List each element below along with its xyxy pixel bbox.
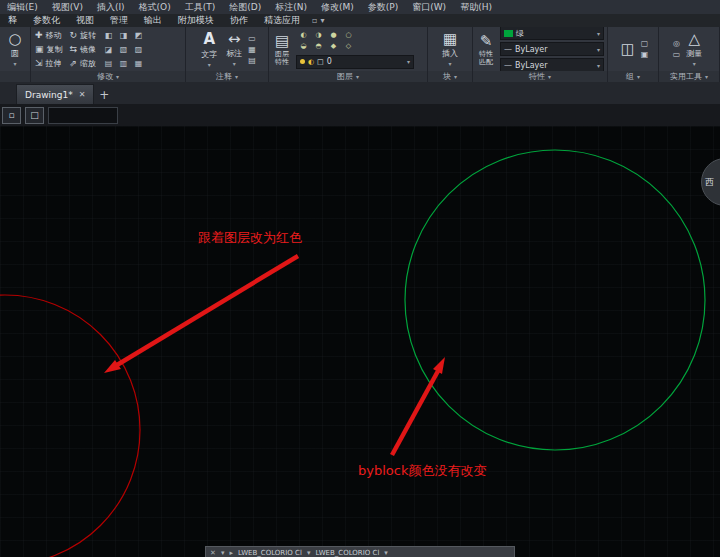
- match-properties-button[interactable]: ✎ 特性匹配: [475, 33, 497, 66]
- chevron-down-icon: ▾: [356, 73, 359, 80]
- chevron-down-icon: ▾: [693, 60, 696, 67]
- lineweight-dropdown[interactable]: — ByLayer ▾: [500, 58, 604, 71]
- dimension-button[interactable]: ↔ 标注 ▾: [223, 31, 245, 67]
- modify-panel-label[interactable]: 修改 ▾: [31, 71, 185, 82]
- canvas-dropdown[interactable]: [48, 107, 118, 124]
- menu-item-insert[interactable]: 插入(I): [90, 1, 132, 14]
- close-icon[interactable]: ✕: [210, 549, 216, 557]
- modify-tool-icon[interactable]: ◪: [101, 42, 116, 56]
- canvas-tool-button[interactable]: ▫: [2, 107, 21, 124]
- utility-tool-icon[interactable]: ◎: [673, 39, 680, 48]
- menu-item-parametric[interactable]: 参数(P): [361, 1, 405, 14]
- modify-tool-icon[interactable]: ▦: [131, 56, 146, 70]
- command-history-entry[interactable]: LWEB_COLORIO Cl: [238, 549, 302, 557]
- modify-tool-icon[interactable]: ▨: [131, 42, 146, 56]
- leader-arrow-line[interactable]: [392, 371, 438, 455]
- ribbon-tab-addins[interactable]: 附加模块: [170, 14, 222, 27]
- layer-properties-button[interactable]: ▤ 图层特性: [271, 33, 293, 66]
- measure-button[interactable]: △ 测量 ▾: [683, 31, 705, 67]
- utilities-panel-label[interactable]: 实用工具 ▾: [659, 71, 719, 82]
- layers-panel-label[interactable]: 图层 ▾: [269, 71, 427, 82]
- modify-tool-icon[interactable]: ▤: [101, 56, 116, 70]
- group-panel-label-text: 组: [626, 71, 634, 82]
- menu-item-dimension[interactable]: 标注(N): [268, 1, 314, 14]
- mirror-button[interactable]: ⇆ 镜像: [68, 43, 99, 56]
- leader-arrow-line[interactable]: [117, 256, 298, 365]
- modify-tool-icon[interactable]: ◧: [101, 28, 116, 42]
- lineweight-icon: —: [504, 61, 512, 70]
- scale-button[interactable]: ⇗ 缩放: [68, 57, 99, 70]
- canvas-tool-button[interactable]: □: [25, 107, 44, 124]
- annotation-byblock-text[interactable]: byblock颜色没有改变: [358, 462, 486, 480]
- annotate-tool-icon[interactable]: ▭: [248, 34, 256, 43]
- ribbon-tab-output[interactable]: 输出: [136, 14, 170, 27]
- move-button[interactable]: ✚ 移动: [33, 29, 65, 42]
- copy-button[interactable]: ▣ 复制: [33, 43, 65, 56]
- utility-tool-icon[interactable]: ▭: [673, 50, 681, 59]
- layer-color-swatch-icon: □: [317, 58, 324, 66]
- menu-item-edit[interactable]: 编辑(E): [0, 1, 45, 14]
- modify-tool-icon[interactable]: ◩: [131, 28, 146, 42]
- layer-tool-icon[interactable]: ◆: [326, 41, 341, 52]
- modify-tool-icon[interactable]: ▧: [116, 42, 131, 56]
- group-button[interactable]: ◫: [618, 41, 638, 57]
- command-history-entry[interactable]: LWEB_COLORIO Cl: [315, 549, 379, 557]
- green-circle-entity[interactable]: [405, 150, 705, 450]
- ribbon-tab-featured[interactable]: 精选应用: [256, 14, 308, 27]
- block-panel-label-text: 块: [443, 71, 451, 82]
- layer-tool-icon[interactable]: ◐: [296, 30, 311, 41]
- layer-tool-icon[interactable]: ○: [341, 30, 356, 41]
- drawing-canvas[interactable]: 跟着图层改为红色 byblock颜色没有改变 西 ✕ ▾ ▸ LWEB_COLO…: [0, 126, 720, 557]
- group-tool-icon[interactable]: ▢: [641, 39, 649, 48]
- ribbon-tab-view[interactable]: 视图: [68, 14, 102, 27]
- annotate-tool-icon[interactable]: ▦: [248, 45, 256, 54]
- layer-tool-icon[interactable]: ●: [326, 30, 341, 41]
- menu-item-tools[interactable]: 工具(T): [178, 1, 223, 14]
- menu-item-modify[interactable]: 修改(M): [314, 1, 361, 14]
- chevron-down-icon[interactable]: ▾: [221, 549, 225, 557]
- rotate-button[interactable]: ↻ 旋转: [68, 29, 99, 42]
- menu-item-format[interactable]: 格式(O): [132, 1, 178, 14]
- layer-tool-icon[interactable]: ◓: [311, 41, 326, 52]
- menu-item-help[interactable]: 帮助(H): [453, 1, 499, 14]
- panel-toggle-icon[interactable]: ▫: [312, 16, 317, 25]
- ribbon-tab-collaborate[interactable]: 协作: [222, 14, 256, 27]
- new-tab-icon[interactable]: +: [94, 88, 114, 102]
- modify-tool-grid: ◧ ◨ ◩ ◪ ▧ ▨ ▤ ▥ ▦: [101, 28, 146, 70]
- ribbon-tab-annotate-cut[interactable]: 释: [0, 14, 25, 27]
- menu-item-window[interactable]: 窗口(W): [405, 1, 453, 14]
- draw-panel-label[interactable]: [0, 71, 30, 82]
- ribbon-minimize-icon[interactable]: ▾: [320, 16, 324, 25]
- modify-tool-icon[interactable]: ▥: [116, 56, 131, 70]
- menu-item-draw[interactable]: 绘图(D): [222, 1, 268, 14]
- annotation-layer-color-text[interactable]: 跟着图层改为红色: [198, 229, 302, 247]
- insert-block-button[interactable]: ▦ 插入 ▾: [439, 31, 461, 67]
- layer-dropdown[interactable]: ◐ □ 0 ▾: [296, 55, 414, 69]
- ribbon-tab-manage[interactable]: 管理: [102, 14, 136, 27]
- menu-item-view[interactable]: 视图(V): [45, 1, 90, 14]
- layer-tool-icon[interactable]: ◑: [311, 30, 326, 41]
- group-tool-icon[interactable]: ▣: [641, 50, 649, 59]
- red-circle-entity[interactable]: [0, 295, 140, 557]
- properties-panel-label[interactable]: 特性 ▾: [473, 71, 607, 82]
- ribbon-tab-parametric[interactable]: 参数化: [25, 14, 68, 27]
- layer-tool-icon[interactable]: ◒: [296, 41, 311, 52]
- block-panel-label[interactable]: 块 ▾: [428, 71, 472, 82]
- drawing-tab[interactable]: Drawing1* ✕: [16, 84, 94, 104]
- object-color-dropdown[interactable]: 绿 ▾: [500, 27, 604, 40]
- linetype-dropdown[interactable]: — ByLayer ▾: [500, 42, 604, 56]
- layer-tool-icon[interactable]: ◇: [341, 41, 356, 52]
- close-tab-icon[interactable]: ✕: [79, 90, 86, 99]
- text-button[interactable]: A 文字 ▾: [198, 30, 220, 68]
- chevron-down-icon: ▾: [597, 30, 600, 37]
- rotate-icon: ↻: [70, 31, 78, 40]
- modify-tool-icon[interactable]: ◨: [116, 28, 131, 42]
- group-panel-label[interactable]: 组 ▾: [608, 71, 658, 82]
- command-bar[interactable]: ✕ ▾ ▸ LWEB_COLORIO Cl ▾ LWEB_COLORIO Cl …: [205, 546, 515, 557]
- linetype-value: ByLayer: [515, 45, 548, 54]
- stretch-button[interactable]: ⇲ 拉伸: [33, 57, 65, 70]
- annotate-tool-icon[interactable]: ▤: [248, 56, 256, 65]
- annotate-panel-label[interactable]: 注释 ▾: [186, 71, 268, 82]
- menu-bar: 编辑(E) 视图(V) 插入(I) 格式(O) 工具(T) 绘图(D) 标注(N…: [0, 0, 720, 14]
- circle-tool-button[interactable]: ○ 圆 ▾: [5, 31, 24, 67]
